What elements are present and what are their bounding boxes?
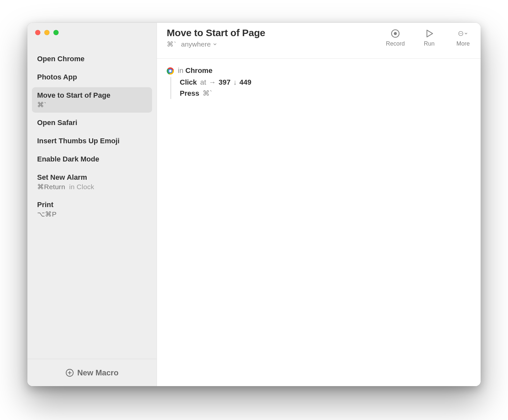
new-macro-button[interactable]: New Macro (27, 359, 157, 386)
svg-point-8 (460, 33, 461, 34)
arrow-right-icon: → (208, 78, 217, 87)
chevron-down-icon (213, 42, 217, 47)
trigger-text: in Chrome (178, 66, 212, 75)
toolbar-actions: Record Run (385, 27, 473, 47)
main-panel: Move to Start of Page ⌘` anywhere (157, 23, 481, 386)
macro-item-title: Enable Dark Mode (37, 155, 147, 163)
app-window: Open Chrome Photos App Move to Start of … (27, 23, 481, 386)
trigger-row[interactable]: in Chrome (167, 66, 471, 75)
macro-item-open-chrome[interactable]: Open Chrome (32, 51, 152, 67)
macro-item-title: Move to Start of Page (37, 91, 147, 100)
scope-dropdown-label: anywhere (181, 40, 211, 48)
title-block: Move to Start of Page ⌘` anywhere (167, 27, 265, 48)
page-title: Move to Start of Page (167, 27, 265, 38)
window-minimize-button[interactable] (44, 30, 49, 35)
macro-item-enable-dark-mode[interactable]: Enable Dark Mode (32, 151, 152, 167)
more-label: More (456, 40, 470, 47)
macro-item-title: Photos App (37, 73, 147, 81)
run-label: Run (424, 40, 434, 47)
arrow-down-icon: ↓ (233, 78, 237, 87)
macro-list: Open Chrome Photos App Move to Start of … (27, 51, 157, 222)
more-button[interactable]: More (453, 29, 473, 47)
sidebar: Open Chrome Photos App Move to Start of … (27, 23, 157, 386)
step-click[interactable]: Click at → 397 ↓ 449 (180, 78, 471, 87)
macro-item-print[interactable]: Print ⌥⌘P (32, 197, 152, 222)
macro-item-title: Open Chrome (37, 55, 147, 63)
subtitle-row: ⌘` anywhere (167, 40, 265, 48)
chrome-icon (167, 67, 174, 75)
header-shortcut: ⌘` (167, 40, 176, 48)
ellipsis-circle-icon (458, 29, 468, 38)
plus-circle-icon (65, 369, 74, 377)
steps-list: Click at → 397 ↓ 449 Press ⌘` (170, 77, 471, 99)
step-keys: ⌘` (203, 89, 212, 97)
svg-point-9 (461, 33, 462, 34)
step-x: 397 (219, 78, 231, 86)
macro-item-insert-thumbs-up-emoji[interactable]: Insert Thumbs Up Emoji (32, 133, 152, 149)
record-label: Record (386, 40, 405, 47)
trigger-in-label: in (178, 66, 183, 75)
macro-item-title: Set New Alarm (37, 173, 147, 182)
macro-item-open-safari[interactable]: Open Safari (32, 115, 152, 131)
step-y: 449 (239, 78, 251, 86)
window-zoom-button[interactable] (53, 30, 59, 35)
play-icon (424, 29, 434, 38)
topbar: Move to Start of Page ⌘` anywhere (157, 23, 481, 59)
scope-dropdown[interactable]: anywhere (181, 40, 217, 48)
macro-item-title: Insert Thumbs Up Emoji (37, 137, 147, 145)
macro-item-photos-app[interactable]: Photos App (32, 69, 152, 85)
macro-item-title: Print (37, 201, 147, 209)
macro-item-title: Open Safari (37, 119, 147, 127)
record-icon (390, 29, 400, 38)
macro-item-shortcut: ⌘` (37, 101, 147, 109)
svg-point-7 (459, 33, 460, 34)
macro-item-shortcut: ⌥⌘P (37, 210, 147, 218)
trigger-app-name: Chrome (185, 66, 212, 75)
chevron-down-icon (464, 30, 468, 37)
macro-item-scope: in Clock (69, 183, 94, 190)
step-action: Press (180, 89, 199, 97)
window-traffic-lights (35, 30, 59, 35)
step-press[interactable]: Press ⌘` (180, 89, 471, 98)
svg-marker-5 (427, 30, 433, 37)
macro-item-move-to-start-of-page[interactable]: Move to Start of Page ⌘` (32, 87, 152, 113)
macro-item-set-new-alarm[interactable]: Set New Alarm ⌘Return in Clock (32, 169, 152, 195)
macro-item-shortcut: ⌘Return (37, 183, 65, 190)
svg-point-4 (394, 32, 397, 35)
macro-item-subtitle: ⌘Return in Clock (37, 183, 147, 191)
macro-content: in Chrome Click at → 397 ↓ 449 (157, 59, 481, 386)
step-action: Click (180, 78, 197, 86)
record-button[interactable]: Record (385, 29, 406, 47)
new-macro-label: New Macro (77, 368, 119, 377)
window-close-button[interactable] (35, 30, 40, 35)
step-at-label: at (200, 78, 206, 86)
run-button[interactable]: Run (419, 29, 440, 47)
